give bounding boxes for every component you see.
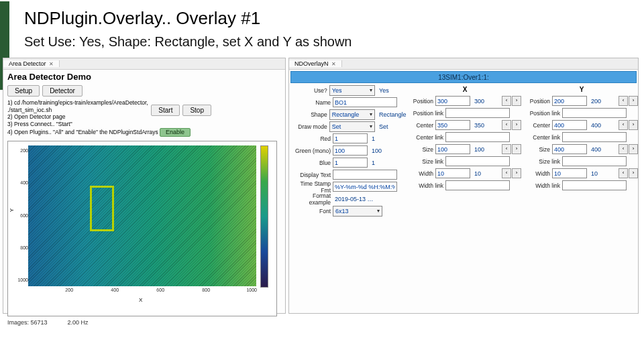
x-poslink-label: Position link <box>409 110 443 117</box>
font-dropdown[interactable]: 6x13 <box>333 206 382 217</box>
shape-dropdown[interactable]: Rectangle <box>329 109 375 120</box>
y-sizelink-input[interactable] <box>562 156 627 166</box>
x-tick: 200 <box>65 288 73 292</box>
x-tick: 600 <box>156 288 164 292</box>
x-position-dec[interactable]: ‹ <box>502 96 511 106</box>
y-poslink-input[interactable] <box>562 108 627 118</box>
y-width-input[interactable] <box>552 168 587 178</box>
x-width-dec[interactable]: ‹ <box>502 168 511 178</box>
x-size-label: Size <box>409 146 433 153</box>
x-axis: 200 400 600 800 1000 <box>28 288 256 296</box>
images-label: Images: <box>7 319 29 326</box>
x-position-label: Position <box>409 98 433 105</box>
use-dropdown[interactable]: Yes <box>329 85 375 96</box>
fmtexample-label: Format example <box>290 192 331 206</box>
tab-strip-right: NDOverlayN ✕ <box>289 58 638 70</box>
y-size-input[interactable] <box>552 144 587 154</box>
x-size-dec[interactable]: ‹ <box>502 144 511 154</box>
x-cenlink-input[interactable] <box>445 132 510 142</box>
area-detector-panel: Area Detector ✕ Area Detector Demo Setup… <box>3 58 286 314</box>
y-tick: 1000 <box>17 278 28 282</box>
x-size-readback: 100 <box>472 146 500 153</box>
x-header: X <box>409 85 521 94</box>
x-center-dec[interactable]: ‹ <box>502 120 511 130</box>
x-widthlink-label: Width link <box>409 182 443 189</box>
y-header: Y <box>525 85 638 94</box>
heatmap-image <box>28 145 256 286</box>
start-button[interactable]: Start <box>151 105 180 116</box>
y-position-readback: 200 <box>589 98 616 105</box>
x-sizelink-input[interactable] <box>445 156 510 166</box>
y-center-inc[interactable]: › <box>629 120 638 130</box>
close-icon[interactable]: ✕ <box>49 61 54 67</box>
font-label: Font <box>290 208 331 215</box>
green-label: Green (mono) <box>290 147 331 154</box>
close-icon[interactable]: ✕ <box>331 61 336 67</box>
x-sizelink-label: Size link <box>409 158 443 165</box>
y-center-dec[interactable]: ‹ <box>619 120 628 130</box>
fmtexample-value: 2019-05-13 … <box>333 196 374 202</box>
enable-button[interactable]: Enable <box>160 128 191 137</box>
drawmode-readback: Set <box>377 123 405 130</box>
timestamp-input[interactable] <box>333 182 397 192</box>
step-2: 2) Open Detector page <box>7 113 281 121</box>
x-center-inc[interactable]: › <box>512 120 521 130</box>
x-widthlink-input[interactable] <box>445 180 510 190</box>
drawmode-dropdown[interactable]: Set <box>329 121 375 132</box>
y-width-readback: 10 <box>589 170 616 177</box>
y-position-dec[interactable]: ‹ <box>619 96 628 106</box>
blue-input[interactable] <box>333 158 368 168</box>
step-4: 4) Open Plugins.. "All" and "Enable" the… <box>7 129 158 135</box>
x-position-readback: 300 <box>472 98 500 105</box>
image-plot[interactable]: 200 400 600 800 1000 Y 200 400 600 800 1… <box>7 141 277 316</box>
y-size-dec[interactable]: ‹ <box>619 144 628 154</box>
y-tick: 600 <box>20 213 28 218</box>
x-size-inc[interactable]: › <box>512 144 521 154</box>
y-size-inc[interactable]: › <box>629 144 638 154</box>
slide-title: NDPlugin.Overlay.. Overlay #1 <box>24 8 644 29</box>
y-tick: 800 <box>20 245 28 250</box>
y-position-input[interactable] <box>552 96 587 106</box>
overlay-panel: NDOverlayN ✕ 13SIM1:Over1:1: Use? Yes Ye… <box>288 58 639 314</box>
rate-value: 2.00 Hz <box>68 319 89 326</box>
detector-button[interactable]: Detector <box>42 85 83 97</box>
y-sizelink-label: Size link <box>525 158 560 165</box>
y-center-label: Center <box>525 122 550 129</box>
x-poslink-input[interactable] <box>445 108 510 118</box>
x-position-input[interactable] <box>435 96 470 106</box>
y-width-inc[interactable]: › <box>629 168 638 178</box>
green-input[interactable] <box>333 145 368 156</box>
setup-button[interactable]: Setup <box>7 85 40 97</box>
tab-ndoverlayn[interactable]: NDOverlayN ✕ <box>289 60 342 67</box>
tab-label: NDOverlayN <box>294 60 329 67</box>
y-tick: 200 <box>20 148 28 153</box>
y-cenlink-input[interactable] <box>562 132 627 142</box>
stop-button[interactable]: Stop <box>182 105 211 116</box>
y-center-input[interactable] <box>552 120 587 130</box>
x-center-label: Center <box>409 122 433 129</box>
red-input[interactable] <box>333 133 368 143</box>
blue-label: Blue <box>290 160 331 166</box>
x-tick: 1000 <box>246 288 257 292</box>
y-position-inc[interactable]: › <box>629 96 638 106</box>
red-label: Red <box>290 135 331 142</box>
step-1b: ./start_sim_ioc.sh <box>7 107 281 114</box>
x-width-inc[interactable]: › <box>512 168 521 178</box>
displaytext-input[interactable] <box>333 170 397 180</box>
x-size-input[interactable] <box>435 144 470 154</box>
name-input[interactable] <box>333 97 397 107</box>
x-width-input[interactable] <box>435 168 470 178</box>
panel-title: Area Detector Demo <box>3 70 285 84</box>
tab-area-detector[interactable]: Area Detector ✕ <box>3 60 60 67</box>
y-widthlink-label: Width link <box>525 182 560 189</box>
y-width-dec[interactable]: ‹ <box>619 168 628 178</box>
step-1: 1) cd /home/training/epics-train/example… <box>7 99 281 107</box>
x-center-input[interactable] <box>435 120 470 130</box>
shape-label: Shape <box>290 111 327 118</box>
y-widthlink-input[interactable] <box>562 180 627 190</box>
blue-readback: 1 <box>370 160 397 166</box>
tab-strip-left: Area Detector ✕ <box>3 58 285 70</box>
x-width-label: Width <box>409 170 433 177</box>
x-center-readback: 350 <box>472 122 500 129</box>
x-position-inc[interactable]: › <box>512 96 521 106</box>
